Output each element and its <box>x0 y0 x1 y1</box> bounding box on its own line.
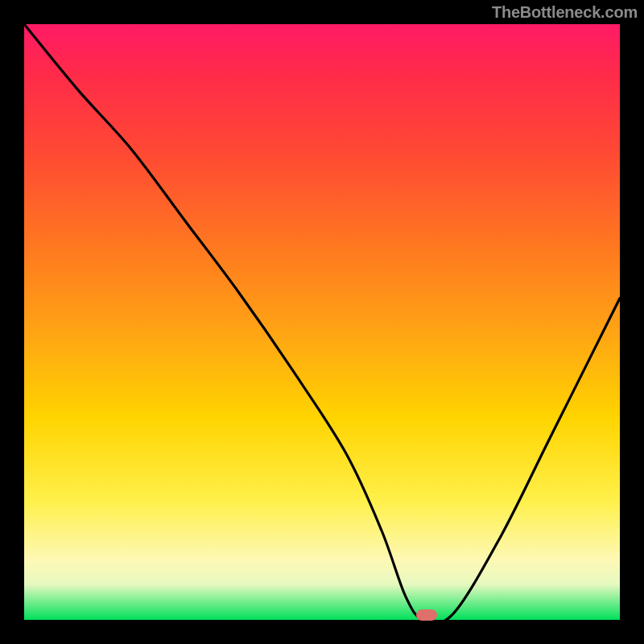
optimal-marker <box>416 609 437 621</box>
chart-frame: TheBottleneck.com <box>0 0 644 644</box>
plot-area <box>24 24 620 620</box>
bottleneck-curve <box>24 24 620 620</box>
watermark-label: TheBottleneck.com <box>492 3 638 22</box>
